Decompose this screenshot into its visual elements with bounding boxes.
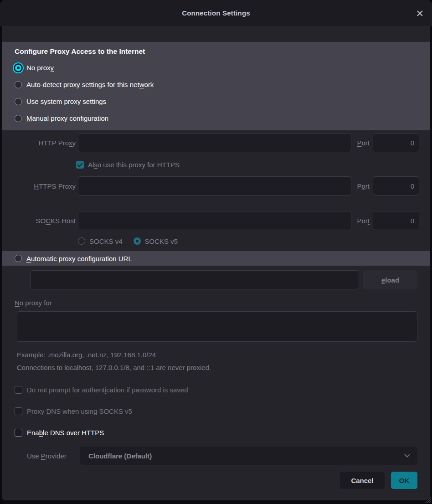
radio-manual[interactable]: Manual proxy configuration (15, 110, 417, 127)
cancel-button[interactable]: Cancel (340, 472, 385, 489)
no-proxy-example-text: Example: .mozilla.org, .net.nz, 192.168.… (17, 351, 417, 359)
checkbox-checked-icon (76, 161, 84, 169)
checkbox-unchecked-icon (15, 429, 22, 437)
reload-button: eload (363, 270, 417, 289)
connection-settings-dialog: Connection Settings ✕ Configure Proxy Ac… (0, 0, 432, 504)
autoproxy-url-row: eload (30, 270, 417, 289)
checkbox-proxy-dns-socks5: Proxy DNS when using SOCKS v5 (2, 405, 430, 417)
http-proxy-input (78, 133, 351, 152)
radio-socks-v5: SOCKS v5 (134, 237, 178, 245)
radio-use-system[interactable]: Use system proxy settings (15, 93, 417, 110)
checkbox-no-prompt-auth: Do not prompt for authentication if pass… (2, 383, 430, 396)
https-port-input (373, 176, 419, 195)
https-port-label: Port (351, 182, 373, 190)
checkmark-icon (77, 161, 82, 167)
ok-button[interactable]: OK (391, 472, 417, 489)
socks-port-label: Port (351, 217, 373, 225)
radio-off-icon (15, 81, 22, 88)
radio-off-icon (78, 237, 85, 245)
no-proxy-for-textarea (17, 311, 417, 342)
socks-version-group: SOCKS v4 SOCKS v5 (2, 237, 430, 246)
socks-v4-label: SOCKS v4 (89, 237, 123, 245)
checkbox-unchecked-icon (15, 407, 22, 415)
checkbox-label: Enable DNS over HTTPS (27, 429, 104, 437)
radio-selected-focus-ring (13, 62, 24, 73)
radio-label: Use system proxy settings (26, 98, 106, 105)
no-proxy-note-text: Connections to localhost, 127.0.0.1/8, a… (17, 364, 417, 371)
also-https-label: Also use this proxy for HTTPS (88, 161, 180, 169)
radio-label: Auto-detect proxy settings for this netw… (26, 81, 154, 88)
socks-port-input (373, 211, 419, 230)
use-provider-label: Use Provider (27, 452, 75, 460)
socks-v5-label: SOCKS v5 (145, 237, 178, 245)
radio-off-icon (15, 255, 22, 262)
radio-label: No proxy (26, 64, 54, 72)
radio-label: Manual proxy configuration (26, 114, 108, 122)
https-proxy-row: HTTPS Proxy Port (2, 176, 430, 195)
provider-dropdown: Cloudflare (Default) (80, 447, 417, 465)
radio-autoproxy-url[interactable]: Automatic proxy configuration URL (15, 251, 132, 266)
provider-selected-value: Cloudflare (Default) (88, 452, 152, 460)
close-icon[interactable]: ✕ (416, 8, 424, 18)
socks-host-row: SOCKS Host Port (2, 211, 430, 230)
radio-off-icon (15, 98, 22, 105)
doh-provider-row: Use Provider Cloudflare (Default) (2, 447, 430, 465)
http-port-label: Port (351, 139, 373, 147)
autoproxy-url-input (30, 270, 359, 289)
radio-off-icon (15, 115, 22, 122)
https-proxy-label: HTTPS Proxy (15, 182, 78, 190)
radio-no-proxy[interactable]: No proxy (15, 59, 417, 76)
checkbox-label: Proxy DNS when using SOCKS v5 (27, 407, 132, 415)
http-proxy-row: HTTP Proxy Port (2, 133, 430, 152)
checkbox-label: Do not prompt for authentication if pass… (27, 386, 188, 394)
radio-on-icon (134, 237, 141, 245)
checkbox-unchecked-icon (15, 386, 22, 394)
autoproxy-label: Automatic proxy configuration URL (26, 255, 132, 262)
radio-auto-detect[interactable]: Auto-detect proxy settings for this netw… (15, 76, 417, 93)
socks-host-label: SOCKS Host (15, 217, 78, 225)
also-https-checkbox-row: Also use this proxy for HTTPS (2, 158, 430, 171)
radio-on-icon (15, 65, 21, 71)
proxy-mode-group: Configure Proxy Access to the Internet N… (2, 42, 430, 130)
checkbox-enable-doh[interactable]: Enable DNS over HTTPS (2, 426, 430, 439)
no-proxy-for-label: No proxy for (15, 299, 417, 307)
dialog-content: Configure Proxy Access to the Internet N… (2, 26, 430, 500)
https-proxy-input (78, 176, 351, 195)
chevron-down-icon (404, 452, 410, 458)
page-title: Configure Proxy Access to the Internet (15, 47, 417, 56)
http-port-input (373, 133, 419, 152)
radio-socks-v4: SOCKS v4 (78, 237, 123, 245)
dialog-titlebar: Connection Settings ✕ (0, 0, 432, 26)
socks-host-input (78, 211, 351, 230)
dialog-title: Connection Settings (182, 9, 250, 17)
http-proxy-label: HTTP Proxy (15, 139, 78, 147)
autoproxy-band: Automatic proxy configuration URL (2, 251, 430, 266)
dialog-footer: Cancel OK (2, 472, 430, 489)
